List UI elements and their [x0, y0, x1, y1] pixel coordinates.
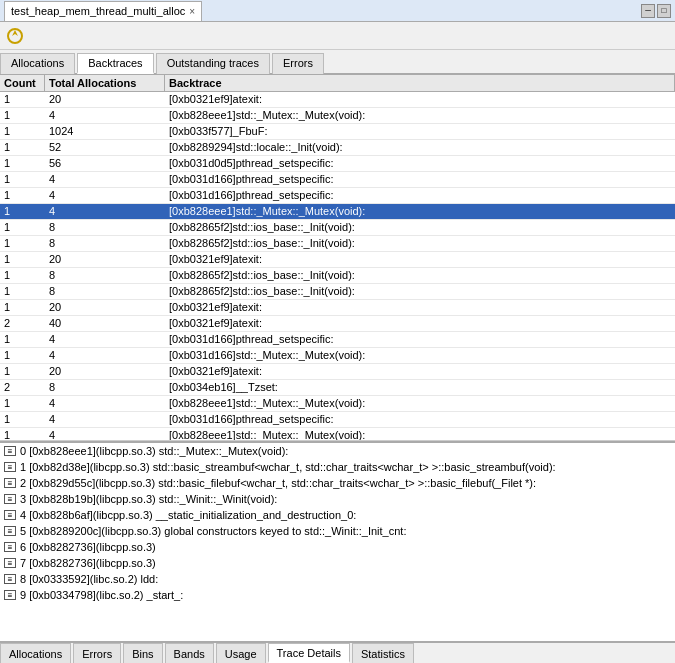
table-row[interactable]: 152[0xb8289294]std::locale::_Init(void): — [0, 140, 675, 156]
cell-total: 8 — [45, 284, 165, 299]
cell-backtrace: [0xb034eb16]__Tzset: — [165, 380, 675, 395]
close-icon[interactable]: × — [189, 6, 195, 17]
cell-backtrace: [0xb0321ef9]atexit: — [165, 252, 675, 267]
cell-total: 20 — [45, 92, 165, 107]
cell-total: 4 — [45, 108, 165, 123]
bottom-tab-usage[interactable]: Usage — [216, 643, 266, 663]
cell-backtrace: [0xb82865f2]std::ios_base::_Init(void): — [165, 268, 675, 283]
cell-count: 1 — [0, 92, 45, 107]
table-row[interactable]: 18[0xb82865f2]std::ios_base::_Init(void)… — [0, 236, 675, 252]
table-row[interactable]: 14[0xb031d166]pthread_setspecific: — [0, 412, 675, 428]
detail-row: ≡6 [0xb8282736](libcpp.so.3) — [0, 539, 675, 555]
bottom-tab-bins[interactable]: Bins — [123, 643, 162, 663]
table-area: Count Total Allocations Backtrace 120[0x… — [0, 75, 675, 441]
bottom-tab-trace-details[interactable]: Trace Details — [268, 643, 350, 663]
cell-backtrace: [0xb031d0d5]pthread_setspecific: — [165, 156, 675, 171]
cell-count: 1 — [0, 284, 45, 299]
cell-total: 20 — [45, 300, 165, 315]
bottom-tab-bands[interactable]: Bands — [165, 643, 214, 663]
detail-text: 3 [0xb828b19b](libcpp.so.3) std::_Winit:… — [20, 493, 277, 505]
bottom-tab-statistics[interactable]: Statistics — [352, 643, 414, 663]
title-tab-label: test_heap_mem_thread_multi_alloc — [11, 5, 185, 17]
table-row[interactable]: 11024[0xb033f577]_FbuF: — [0, 124, 675, 140]
header-count: Count — [0, 75, 45, 91]
table-row[interactable]: 14[0xb031d166]pthread_setspecific: — [0, 172, 675, 188]
detail-lines-icon: ≡ — [4, 558, 16, 568]
cell-backtrace: [0xb828eee1]std::_Mutex::_Mutex(void): — [165, 428, 675, 440]
header-backtrace: Backtrace — [165, 75, 675, 91]
tab-allocations[interactable]: Allocations — [0, 53, 75, 74]
detail-lines-icon: ≡ — [4, 526, 16, 536]
detail-text: 6 [0xb8282736](libcpp.so.3) — [20, 541, 156, 553]
cell-backtrace: [0xb0321ef9]atexit: — [165, 316, 675, 331]
cell-total: 56 — [45, 156, 165, 171]
tab-bar: AllocationsBacktracesOutstanding tracesE… — [0, 50, 675, 75]
cell-count: 1 — [0, 348, 45, 363]
detail-lines-icon: ≡ — [4, 446, 16, 456]
details-area[interactable]: ≡0 [0xb828eee1](libcpp.so.3) std::_Mutex… — [0, 441, 675, 641]
table-scroll[interactable]: 120[0xb0321ef9]atexit:14[0xb828eee1]std:… — [0, 92, 675, 440]
detail-lines-icon: ≡ — [4, 494, 16, 504]
table-row[interactable]: 120[0xb0321ef9]atexit: — [0, 300, 675, 316]
detail-row: ≡5 [0xb8289200c](libcpp.so.3) global con… — [0, 523, 675, 539]
table-row[interactable]: 240[0xb0321ef9]atexit: — [0, 316, 675, 332]
tab-errors[interactable]: Errors — [272, 53, 324, 74]
cell-count: 1 — [0, 204, 45, 219]
cell-count: 1 — [0, 156, 45, 171]
svg-marker-1 — [12, 30, 18, 36]
title-tab[interactable]: test_heap_mem_thread_multi_alloc × — [4, 1, 202, 21]
table-row[interactable]: 18[0xb82865f2]std::ios_base::_Init(void)… — [0, 220, 675, 236]
cell-count: 1 — [0, 364, 45, 379]
cell-backtrace: [0xb031d166]pthread_setspecific: — [165, 332, 675, 347]
detail-lines-icon: ≡ — [4, 478, 16, 488]
cell-backtrace: [0xb0321ef9]atexit: — [165, 92, 675, 107]
cell-count: 1 — [0, 188, 45, 203]
tab-backtraces[interactable]: Backtraces — [77, 53, 153, 74]
cell-backtrace: [0xb031d166]pthread_setspecific: — [165, 172, 675, 187]
bottom-tab-allocations[interactable]: Allocations — [0, 643, 71, 663]
cell-backtrace: [0xb033f577]_FbuF: — [165, 124, 675, 139]
minimize-button[interactable]: ─ — [641, 4, 655, 18]
cell-count: 1 — [0, 412, 45, 427]
cell-backtrace: [0xb828eee1]std::_Mutex::_Mutex(void): — [165, 396, 675, 411]
cell-total: 4 — [45, 188, 165, 203]
detail-text: 2 [0xb829d55c](libcpp.so.3) std::basic_f… — [20, 477, 536, 489]
toolbar — [0, 22, 675, 50]
table-row[interactable]: 14[0xb828eee1]std::_Mutex::_Mutex(void): — [0, 428, 675, 440]
detail-text: 0 [0xb828eee1](libcpp.so.3) std::_Mutex:… — [20, 445, 288, 457]
cell-total: 4 — [45, 412, 165, 427]
cell-count: 1 — [0, 124, 45, 139]
table-row[interactable]: 18[0xb82865f2]std::ios_base::_Init(void)… — [0, 284, 675, 300]
table-row[interactable]: 14[0xb031d166]std::_Mutex::_Mutex(void): — [0, 348, 675, 364]
cell-total: 52 — [45, 140, 165, 155]
table-row[interactable]: 18[0xb82865f2]std::ios_base::_Init(void)… — [0, 268, 675, 284]
cell-backtrace: [0xb031d166]pthread_setspecific: — [165, 188, 675, 203]
table-row[interactable]: 14[0xb031d166]pthread_setspecific: — [0, 188, 675, 204]
table-row[interactable]: 120[0xb0321ef9]atexit: — [0, 92, 675, 108]
cell-total: 4 — [45, 172, 165, 187]
detail-row: ≡9 [0xb0334798](libc.so.2) _start_: — [0, 587, 675, 603]
tab-outstanding[interactable]: Outstanding traces — [156, 53, 270, 74]
cell-count: 1 — [0, 140, 45, 155]
detail-text: 7 [0xb8282736](libcpp.so.3) — [20, 557, 156, 569]
table-row[interactable]: 120[0xb0321ef9]atexit: — [0, 252, 675, 268]
table-row[interactable]: 14[0xb828eee1]std::_Mutex::_Mutex(void): — [0, 108, 675, 124]
table-row[interactable]: 14[0xb828eee1]std::_Mutex::_Mutex(void): — [0, 396, 675, 412]
table-row[interactable]: 156[0xb031d0d5]pthread_setspecific: — [0, 156, 675, 172]
cell-total: 4 — [45, 348, 165, 363]
detail-lines-icon: ≡ — [4, 542, 16, 552]
table-row[interactable]: 14[0xb828eee1]std::_Mutex::_Mutex(void): — [0, 204, 675, 220]
cell-backtrace: [0xb0321ef9]atexit: — [165, 364, 675, 379]
cell-total: 4 — [45, 204, 165, 219]
bottom-tab-errors[interactable]: Errors — [73, 643, 121, 663]
maximize-button[interactable]: □ — [657, 4, 671, 18]
table-row[interactable]: 28[0xb034eb16]__Tzset: — [0, 380, 675, 396]
cell-count: 1 — [0, 236, 45, 251]
detail-text: 9 [0xb0334798](libc.so.2) _start_: — [20, 589, 183, 601]
detail-row: ≡2 [0xb829d55c](libcpp.so.3) std::basic_… — [0, 475, 675, 491]
table-row[interactable]: 14[0xb031d166]pthread_setspecific: — [0, 332, 675, 348]
navigate-icon[interactable] — [4, 25, 26, 47]
cell-count: 1 — [0, 428, 45, 440]
table-row[interactable]: 120[0xb0321ef9]atexit: — [0, 364, 675, 380]
cell-count: 1 — [0, 396, 45, 411]
